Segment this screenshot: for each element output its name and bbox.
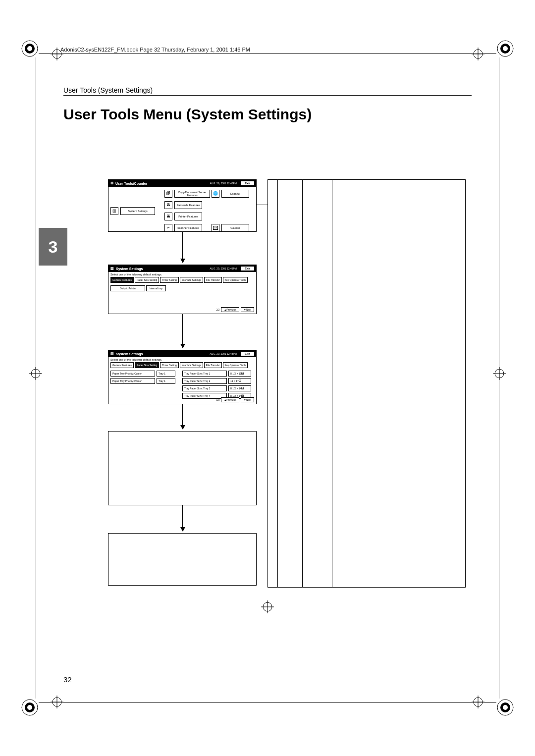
side-description-box [268,179,466,588]
gear-icon [110,181,113,185]
crop-rule [39,702,496,702]
tab-general[interactable]: General Features [110,362,134,368]
setting-label[interactable]: Tray Paper Size: Tray 1 [182,371,227,377]
svg-point-2 [27,46,32,51]
placeholder-box [108,533,257,586]
prev-button[interactable]: ▲Previous [221,307,239,312]
panel-title: User Tools/Counter [115,182,147,185]
prev-button[interactable]: ▲Previous [221,397,239,402]
settings-icon [110,207,118,215]
screenshot-system-settings-2: System Settings AUG. 29, 2001 12:48PM Ex… [108,350,257,404]
fax-features-button[interactable]: Facsimile Features [174,201,202,209]
screenshot-user-tools-counter: User Tools/Counter AUG. 29, 2001 12:48PM… [108,179,257,232]
svg-point-5 [503,46,508,51]
target-mark [493,367,506,380]
settings-icon [110,352,114,356]
language-button[interactable]: Español [221,190,249,198]
counter-icon [212,224,219,232]
guide-line [277,179,278,588]
flow-arrow [182,505,183,531]
corner-mark-bl [18,696,42,719]
tab-paper-size[interactable]: Paper Size Setting [135,362,159,368]
tab-timer[interactable]: Timer Setting [160,362,179,368]
target-mark [261,600,274,613]
printer-features-button[interactable]: Printer Features [174,213,202,220]
setting-label[interactable]: Paper Tray Priority: Printer [110,378,155,384]
setting-value[interactable]: 8 1/2 × 11⮽ [228,371,251,377]
guide-line [332,179,332,588]
running-head: User Tools (System Settings) [63,86,153,94]
tab-general[interactable]: General Features [110,277,134,283]
tab-paper-size[interactable]: Paper Size Setting [135,277,159,283]
flow-arrow [182,404,183,429]
clock: AUG. 29, 2001 12:48PM [210,267,237,270]
panel-title: System Settings [116,352,143,356]
internal-tray-button[interactable]: Internal tray [146,285,166,291]
scanner-features-button[interactable]: Scanner Features [174,224,202,232]
crop-rule [36,57,36,699]
placeholder-box [108,431,257,505]
copy-doc-server-button[interactable]: Copy/Document Server Features [174,190,210,198]
exit-button[interactable]: Exit [241,352,254,356]
tab-interface[interactable]: Interface Settings [180,277,203,283]
page-title: User Tools Menu (System Settings) [63,106,312,123]
page-indicator: 2/2 [216,308,219,311]
exit-button[interactable]: Exit [241,181,254,185]
tab-file-transfer[interactable]: File Transfer [204,362,222,368]
guide-line [302,179,303,588]
settings-icon [110,267,114,270]
panel-title: System Settings [116,267,143,270]
setting-value[interactable]: 11 × 17⮽ [228,378,251,384]
chapter-tab: 3 [39,228,67,266]
setting-label[interactable]: Tray Paper Size: Tray 3 [182,385,227,391]
page-number: 32 [63,675,72,684]
running-rule [63,95,472,96]
corner-mark-tl [18,37,42,60]
system-settings-button[interactable]: System Settings [120,207,155,215]
caption: Select one of the following default sett… [108,272,256,276]
setting-label[interactable]: Tray Paper Size: Tray 2 [182,378,227,384]
caption: Select one of the following default sett… [108,357,256,361]
flow-arrow [182,314,183,348]
crop-rule [499,57,499,699]
setting-label[interactable]: Paper Tray Priority: Copier [110,371,155,377]
svg-point-8 [27,705,32,710]
page-indicator: 1/3 [216,398,219,401]
connector [257,205,268,205]
globe-icon [212,190,219,198]
next-button[interactable]: ▼Next [241,397,254,402]
tab-key-operator[interactable]: Key Operator Tools [223,362,248,368]
corner-mark-br [493,696,517,719]
tab-interface[interactable]: Interface Settings [180,362,203,368]
flow-arrow [182,232,183,263]
crop-rule [39,54,496,54]
clock: AUG. 29, 2001 12:48PM [210,352,237,355]
tab-key-operator[interactable]: Key Operator Tools [223,277,248,283]
tab-timer[interactable]: Timer Setting [160,277,179,283]
setting-value[interactable]: Tray 1 [157,371,175,377]
corner-mark-tr [493,37,517,60]
book-header: AdonisC2-sysEN122F_FM.book Page 32 Thurs… [60,47,250,53]
printer-icon [164,213,172,220]
output-printer-button[interactable]: Output: Printer [110,285,145,291]
next-button[interactable]: ▼Next [241,307,254,312]
doc-icon [164,190,172,198]
scanner-icon [164,224,172,232]
svg-point-11 [503,705,508,710]
counter-button[interactable]: Counter [221,224,249,232]
setting-value[interactable]: Tray 1 [157,378,175,384]
exit-button[interactable]: Exit [241,267,254,270]
setting-value[interactable]: 8 1/2 × 14⮽ [228,385,251,391]
fax-icon [164,201,172,209]
clock: AUG. 29, 2001 12:48PM [210,182,237,185]
screenshot-system-settings-1: System Settings AUG. 29, 2001 12:48PM Ex… [108,265,257,314]
tab-file-transfer[interactable]: File Transfer [204,277,222,283]
target-mark [472,48,484,60]
